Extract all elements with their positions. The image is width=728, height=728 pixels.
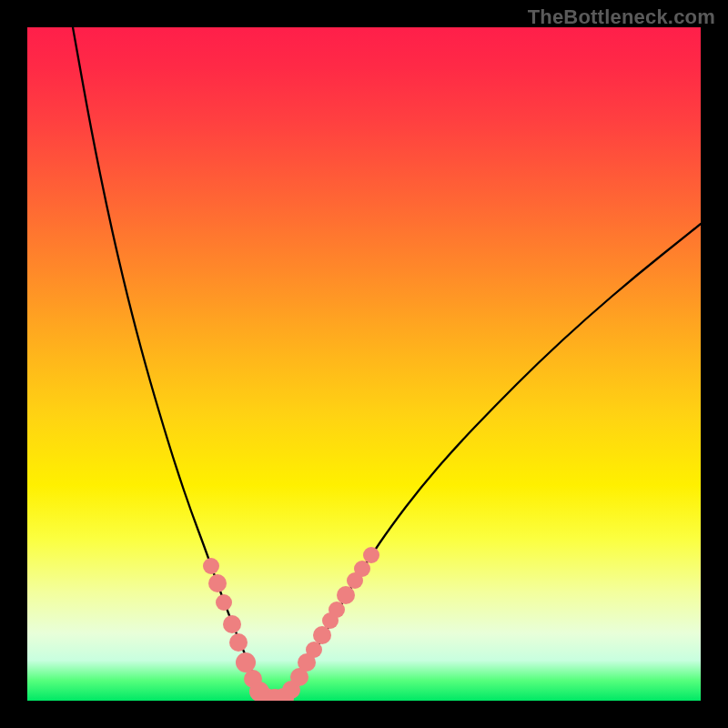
scatter-dots: [203, 547, 379, 701]
scatter-dot: [229, 633, 248, 652]
scatter-dot: [216, 594, 232, 611]
scatter-dot: [208, 574, 227, 592]
right-curve: [284, 224, 701, 698]
curve-layer: [27, 27, 701, 701]
scatter-dot: [329, 602, 345, 618]
scatter-dot: [203, 558, 219, 574]
scatter-dot: [363, 547, 379, 563]
chart-frame: TheBottleneck.com: [0, 0, 728, 728]
scatter-dot: [313, 626, 331, 644]
scatter-dot: [306, 642, 322, 658]
scatter-dot: [354, 561, 370, 577]
scatter-dot: [337, 586, 355, 604]
scatter-dot: [236, 652, 256, 672]
plot-area: [27, 27, 701, 701]
scatter-dot: [223, 615, 241, 633]
watermark-text: TheBottleneck.com: [528, 5, 715, 29]
left-curve: [73, 27, 264, 698]
